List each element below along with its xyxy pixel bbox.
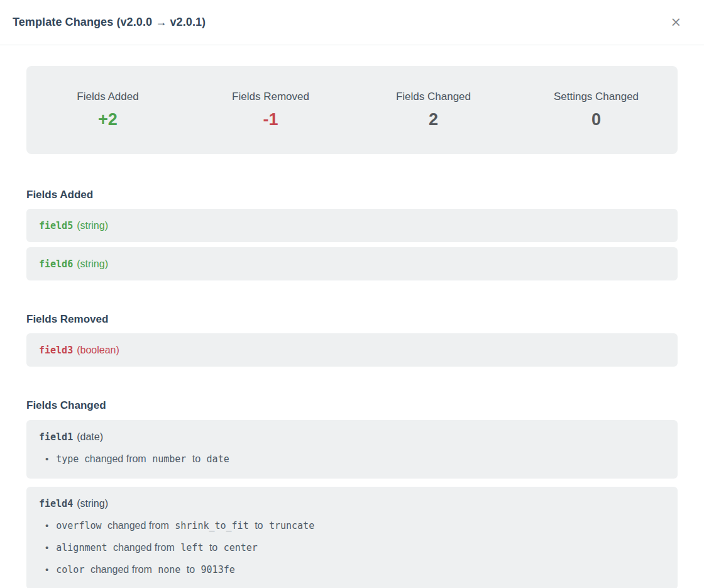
change-phrase: changed from [85,453,146,464]
field-row-added: field5 (string) [26,209,678,242]
summary-item-fields-changed: Fields Changed 2 [352,66,515,154]
summary-value: 2 [429,110,438,130]
summary-label: Settings Changed [554,91,639,103]
summary-item-fields-removed: Fields Removed -1 [189,66,352,154]
field-name: field5 [39,220,73,231]
field-type: (date) [77,431,103,443]
change-prop: overflow [56,520,101,531]
change-item: • alignment changed from left to center [39,542,665,553]
field-name: field3 [39,345,73,356]
bullet-icon: • [45,520,48,531]
section-heading-fields-added: Fields Added [26,189,678,201]
field-type: (string) [77,498,108,509]
change-list: • overflow changed from shrink_to_fit to… [39,520,665,575]
change-item: • overflow changed from shrink_to_fit to… [39,520,665,531]
change-list: • type changed from number to date [39,453,665,465]
modal-body: Fields Added +2 Fields Removed -1 Fields… [0,45,704,588]
change-phrase: changed from [91,564,152,575]
close-icon: × [670,14,681,30]
change-from: number [152,453,186,465]
change-phrase: changed from [113,542,175,553]
summary-label: Fields Added [77,91,138,103]
change-item: • color changed from none to 9013fe [39,564,665,575]
summary-value: 0 [591,110,601,130]
change-card: field4 (string) • overflow changed from … [26,487,678,588]
change-phrase: changed from [107,520,169,531]
summary-item-fields-added: Fields Added +2 [26,66,189,154]
change-from: left [180,542,203,553]
change-to: center [224,542,258,553]
change-card-title: field1 (date) [39,431,665,443]
change-prop: color [56,564,84,575]
change-phrase: to [255,520,263,531]
summary-bar: Fields Added +2 Fields Removed -1 Fields… [26,66,678,154]
section-heading-fields-changed: Fields Changed [26,399,678,412]
field-name: field6 [39,258,73,270]
field-type: (string) [77,220,108,231]
bullet-icon: • [45,542,48,553]
close-button[interactable]: × [666,13,685,31]
change-phrase: to [209,542,217,553]
change-from: shrink_to_fit [175,520,248,531]
change-to: 9013fe [201,564,235,575]
change-to: truncate [269,520,314,531]
field-row-added: field6 (string) [26,247,678,280]
section-heading-fields-removed: Fields Removed [26,313,678,326]
change-phrase: to [187,564,195,575]
change-card: field1 (date) • type changed from number… [26,420,678,479]
change-phrase: to [192,453,201,464]
field-type: (boolean) [77,345,119,356]
field-name: field4 [39,498,73,509]
change-item: • type changed from number to date [39,453,665,465]
change-prop: type [56,453,79,465]
change-card-title: field4 (string) [39,498,665,509]
summary-item-settings-changed: Settings Changed 0 [515,66,678,154]
summary-label: Fields Removed [232,91,309,103]
modal-header: Template Changes (v2.0.0 → v2.0.1) × [0,0,704,45]
bullet-icon: • [45,453,48,464]
change-to: date [207,453,229,465]
change-from: none [158,564,180,575]
summary-value: -1 [263,110,278,130]
field-name: field1 [39,431,73,443]
summary-value: +2 [98,110,118,130]
field-type: (string) [77,258,108,270]
template-changes-modal: Template Changes (v2.0.0 → v2.0.1) × Fie… [0,0,704,588]
field-row-removed: field3 (boolean) [26,333,678,367]
summary-label: Fields Changed [396,91,471,103]
modal-title: Template Changes (v2.0.0 → v2.0.1) [13,16,206,29]
bullet-icon: • [45,564,48,575]
change-prop: alignment [56,542,107,553]
